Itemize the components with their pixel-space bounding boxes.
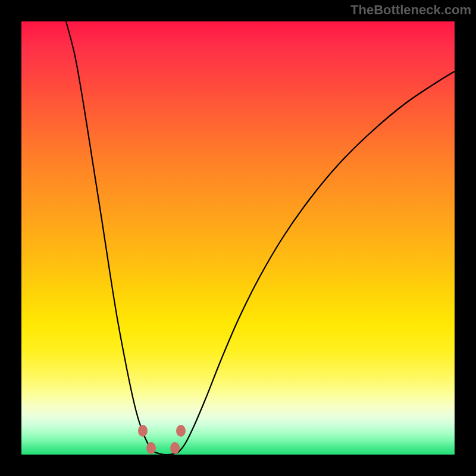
- curve-left-branch: [66, 21, 155, 452]
- chart-plot-area: [21, 21, 455, 455]
- trough-marker: [146, 442, 156, 454]
- outer-frame: TheBottleneck.com: [0, 0, 476, 476]
- trough-marker: [176, 425, 186, 437]
- trough-marker: [170, 442, 180, 454]
- chart-svg: [21, 21, 455, 455]
- curve-right-branch: [178, 71, 455, 452]
- curve-group: [66, 21, 455, 455]
- trough-marker: [138, 425, 148, 437]
- watermark-text: TheBottleneck.com: [350, 2, 471, 18]
